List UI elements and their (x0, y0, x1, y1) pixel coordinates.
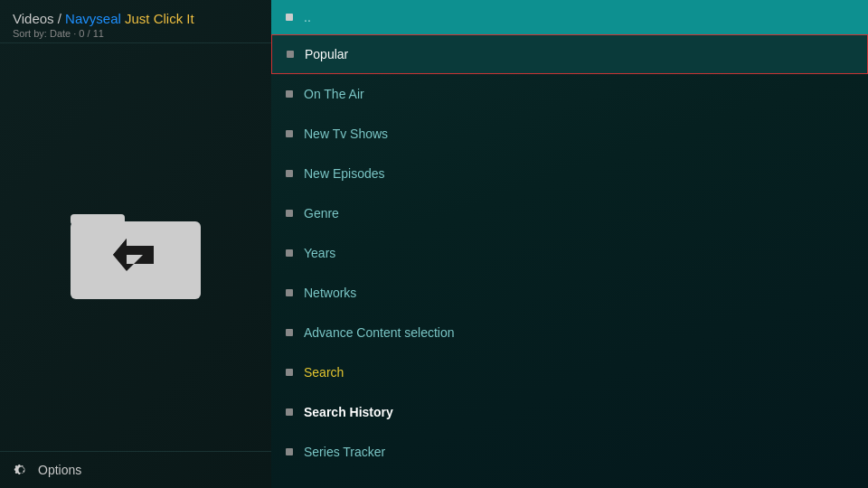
bullet-new-tv-shows (286, 130, 293, 137)
menu-list: .. Popular On The Air New Tv Shows New E… (271, 0, 868, 488)
breadcrumb-plain: Videos / (13, 11, 65, 26)
breadcrumb-blue: Navyseal (65, 11, 121, 26)
svg-rect-1 (71, 221, 201, 299)
list-item-series-tracker[interactable]: Series Tracker (271, 432, 868, 472)
bullet-years (286, 249, 293, 257)
sidebar: Videos / Navyseal Just Click It Sort by:… (0, 0, 271, 488)
bullet-search (286, 369, 293, 376)
list-item-search-history[interactable]: Search History (271, 392, 868, 432)
bullet-networks (286, 289, 293, 296)
bullet-genre (286, 210, 293, 217)
breadcrumb-yellow: Just Click It (121, 11, 194, 26)
bullet-search-history (286, 408, 293, 416)
content-area: .. Popular On The Air New Tv Shows New E… (271, 0, 868, 488)
item-label-popular: Popular (305, 47, 348, 61)
bullet-dotdot (286, 14, 293, 21)
list-item-networks[interactable]: Networks (271, 273, 868, 313)
list-item-genre[interactable]: Genre (271, 193, 868, 233)
bullet-series-tracker (286, 448, 293, 455)
bullet-on-the-air (286, 90, 293, 98)
item-label-new-tv-shows: New Tv Shows (304, 127, 388, 141)
folder-area (0, 43, 271, 451)
list-item-new-tv-shows[interactable]: New Tv Shows (271, 114, 868, 154)
list-item-search[interactable]: Search (271, 352, 868, 392)
item-label-on-the-air: On The Air (304, 87, 364, 101)
bullet-advance-content (286, 329, 293, 336)
options-label: Options (38, 463, 81, 477)
item-label-genre: Genre (304, 206, 339, 221)
list-item-dotdot[interactable]: .. (271, 0, 868, 34)
list-item-popular[interactable]: Popular (271, 34, 868, 74)
list-item-years[interactable]: Years (271, 233, 868, 273)
header: Videos / Navyseal Just Click It Sort by:… (0, 0, 271, 43)
item-label-new-episodes: New Episodes (304, 166, 385, 181)
bullet-popular (287, 51, 294, 58)
item-label-search-history: Search History (304, 405, 393, 419)
item-label-advance-content: Advance Content selection (304, 325, 455, 340)
item-label-series-tracker: Series Tracker (304, 445, 385, 459)
gear-icon (13, 461, 31, 479)
bullet-new-episodes (286, 170, 293, 177)
bottom-bar[interactable]: Options (0, 451, 271, 488)
item-label-networks: Networks (304, 286, 356, 300)
item-label-years: Years (304, 246, 335, 260)
item-label-dotdot: .. (304, 10, 311, 24)
folder-icon (63, 189, 208, 306)
breadcrumb: Videos / Navyseal Just Click It (13, 11, 259, 26)
list-item-new-episodes[interactable]: New Episodes (271, 154, 868, 193)
list-item-on-the-air[interactable]: On The Air (271, 74, 868, 114)
sort-info: Sort by: Date · 0 / 11 (13, 28, 259, 39)
item-label-search: Search (304, 365, 344, 380)
list-item-advance-content[interactable]: Advance Content selection (271, 313, 868, 352)
